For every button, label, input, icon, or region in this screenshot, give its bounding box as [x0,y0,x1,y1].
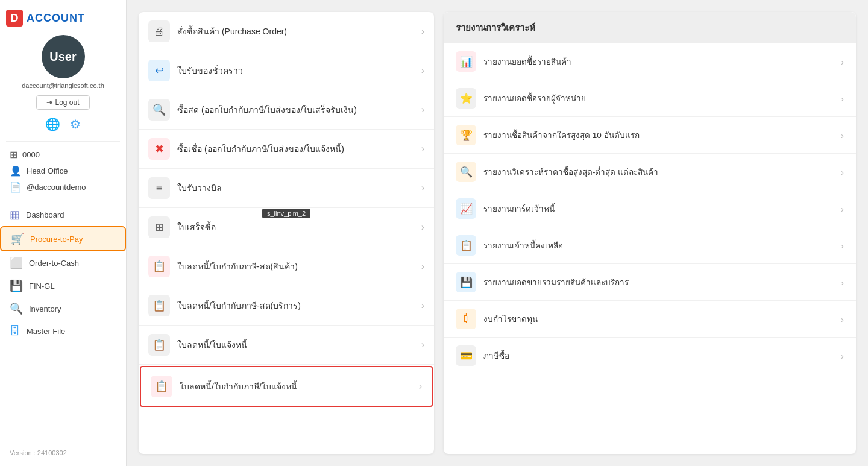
main-content: 🖨สั่งซื้อสินค้า (Purchase Order)›↩ใบรับข… [127,0,868,466]
chevron-right-icon: › [841,57,844,67]
chevron-right-icon: › [421,143,424,154]
sidebar-item-dashboard[interactable]: ▦ Dashboard [0,203,126,226]
report-item-label: รายงานยอดขายรวมรายสินค้าและบริการ [483,276,629,289]
sidebar-item-label: Procure-to-Pay [30,235,83,244]
menu-item-icon: 📋 [148,256,170,277]
reports-panel: รายงานการวิเคราะห์ 📊รายงานยอดซื้อรายสินค… [444,12,856,454]
menu-item-icon: 📋 [148,334,170,356]
globe-icon[interactable]: 🌐 [45,117,60,131]
report-item-report-profit-loss[interactable]: ₿งบกำไรขาดทุน› [444,301,856,338]
menu-item-buy-cash[interactable]: 🔍ซื้อสด (ออกใบกำกับภาษี/ใบส่งของ/ใบเสร็จ… [139,90,434,130]
tooltip-badge: s_iinv_plm_2 [262,209,310,218]
chevron-right-icon: › [421,300,424,311]
sidebar-item-order-to-cash[interactable]: ⬜ Order-to-Cash [0,251,126,274]
menu-item-label: ใบรับวางบิล [177,181,222,195]
menu-item-debit-all[interactable]: 📋ใบลดหนี้/ใบกำกับภาษี/ใบแจ้งหนี้› [140,366,433,407]
avatar: User [42,35,85,78]
menu-item-purchase-order[interactable]: 🖨สั่งซื้อสินค้า (Purchase Order)› [139,12,434,51]
menu-item-left: ↩ใบรับของชั่วคราว [148,60,243,81]
menu-item-debit-note-service[interactable]: 📋ใบลดหนี้/ใบกำกับภาษี-สด(บริการ)› [139,286,434,326]
sidebar-item-inventory[interactable]: 🔍 Inventory [0,297,126,320]
menu-item-icon: ✖ [148,138,170,160]
report-item-report-sale-summary[interactable]: 💾รายงานยอดขายรวมรายสินค้าและบริการ› [444,264,856,301]
sidebar-icons-row: 🌐 ⚙ [45,117,81,131]
database-icon: 💾 [10,279,23,292]
content-area: 🖨สั่งซื้อสินค้า (Purchase Order)›↩ใบรับข… [127,0,868,466]
menu-item-icon: 📋 [151,376,172,397]
menu-item-temp-receive[interactable]: ↩ใบรับของชั่วคราว› [139,51,434,90]
report-item-icon: 📋 [456,235,476,256]
menu-item-left: 📋ใบลดหนี้/ใบกำกับภาษี/ใบแจ้งหนี้ [151,376,297,397]
chevron-right-icon: › [841,351,844,361]
logo-icon: D [6,10,23,27]
report-item-report-creditor-card[interactable]: 📈รายงานการ์ดเจ้าหนี้› [444,190,856,227]
menu-item-left: ✖ซื้อเชื่อ (ออกใบกำกับภาษี/ใบส่งของ/ใบแจ… [148,138,344,160]
report-item-icon: 🏆 [456,125,476,145]
logout-icon: ⇥ [46,98,52,107]
report-item-icon: 🔍 [456,162,476,182]
report-item-icon: ₿ [456,309,476,329]
menu-item-icon: 🔍 [148,99,170,121]
chevron-right-icon: › [419,381,422,392]
report-item-label: รายงานซื้อสินค้าจากใครสูงสุด 10 อันดับแร… [483,128,640,142]
sidebar-item-label: Order-to-Cash [29,259,79,268]
sidebar-item-label: Dashboard [26,210,64,219]
menu-item-left: 📋ใบลดหนี้/ใบแจ้งหนี้ [148,334,247,356]
logout-button[interactable]: ⇥ Log out [36,95,89,110]
box-icon: ⬜ [10,256,23,269]
report-item-report-price-analysis[interactable]: 🔍รายงานวิเคราะห์ราคาซื้อสูงสุด-ต่ำสุด แต… [444,154,856,190]
sidebar-item-label: FIN-GL [29,282,55,291]
chart-icon: ▦ [10,208,20,221]
menu-item-label: ใบรับของชั่วคราว [177,64,243,77]
menu-item-label: ซื้อสด (ออกใบกำกับภาษี/ใบส่งของ/ใบเสร็จร… [177,103,357,116]
menu-panel: 🖨สั่งซื้อสินค้า (Purchase Order)›↩ใบรับข… [139,12,434,454]
menu-item-left: 🖨สั่งซื้อสินค้า (Purchase Order) [148,20,287,42]
report-item-icon: 💾 [456,272,476,292]
menu-item-icon: ≡ [148,177,170,199]
report-item-label: ภาษีซื้อ [483,349,509,362]
sidebar-item-fin-gl[interactable]: 💾 FIN-GL [0,274,126,297]
server-icon: 🗄 [10,325,20,338]
reports-list: 📊รายงานยอดซื้อรายสินค้า›⭐รายงานยอดซื้อรา… [444,43,856,374]
chevron-right-icon: › [421,26,424,37]
reports-header: รายงานการวิเคราะห์ [444,12,856,43]
report-item-icon: 💳 [456,345,476,366]
chevron-right-icon: › [841,241,844,251]
sidebar-item-procure-to-pay[interactable]: 🛒 Procure-to-Pay [0,226,126,251]
logout-label: Log out [55,98,79,107]
chevron-right-icon: › [421,339,424,350]
report-item-report-creditor-remaining[interactable]: 📋รายงานเจ้าหนี้คงเหลือ› [444,227,856,264]
report-item-label: รายงานเจ้าหนี้คงเหลือ [483,239,563,252]
report-item-report-supplier-purchase[interactable]: ⭐รายงานยอดซื้อรายผู้จำหน่าย› [444,80,856,117]
menu-item-icon: 🖨 [148,20,170,42]
report-item-report-top10[interactable]: 🏆รายงานซื้อสินค้าจากใครสูงสุด 10 อันดับแ… [444,117,856,154]
menu-item-buy-credit[interactable]: ✖ซื้อเชื่อ (ออกใบกำกับภาษี/ใบส่งของ/ใบแจ… [139,130,434,169]
menu-item-left: 📋ใบลดหนี้/ใบกำกับภาษี-สด(สินค้า) [148,256,298,277]
menu-item-label: ใบลดหนี้/ใบกำกับภาษี-สด(สินค้า) [177,260,298,273]
grid-icon: ⊞ [10,149,17,160]
sidebar-item-master-file[interactable]: 🗄 Master File [0,320,126,342]
report-item-left: 📊รายงานยอดซื้อรายสินค้า [456,51,571,72]
chevron-right-icon: › [841,277,844,288]
menu-item-left: ≡ใบรับวางบิล [148,177,222,199]
settings-icon[interactable]: ⚙ [70,117,81,131]
search-icon: 🔍 [10,302,23,315]
report-item-report-product-purchase[interactable]: 📊รายงานยอดซื้อรายสินค้า› [444,43,856,80]
version-text: Version : 24100302 [0,444,77,461]
menu-item-label: ใบลดหนี้/ใบกำกับภาษี/ใบแจ้งหนี้ [180,380,297,393]
menu-item-icon: ↩ [148,60,170,81]
menu-item-debit-invoice[interactable]: 📋ใบลดหนี้/ใบแจ้งหนี้› [139,326,434,365]
menu-item-receive-bill[interactable]: ≡ใบรับวางบิล›s_iinv_plm_2 [139,169,434,208]
head-office-row: 👤 Head Office [0,163,126,179]
report-item-report-purchase-tax[interactable]: 💳ภาษีซื้อ› [444,338,856,374]
report-item-label: งบกำไรขาดทุน [483,312,538,326]
demo-account-row: 📄 @daccountdemo [0,179,126,195]
menu-item-left: ⊞ใบเสร็จซื้อ [148,216,216,238]
menu-item-debit-note-goods[interactable]: 📋ใบลดหนี้/ใบกำกับภาษี-สด(สินค้า)› [139,247,434,286]
chevron-right-icon: › [841,93,844,104]
report-item-icon: 📊 [456,51,476,72]
menu-item-label: ใบลดหนี้/ใบแจ้งหนี้ [177,338,247,351]
chevron-right-icon: › [421,65,424,76]
head-office-label: Head Office [27,166,68,175]
logo-text: ACCOUNT [27,12,85,25]
